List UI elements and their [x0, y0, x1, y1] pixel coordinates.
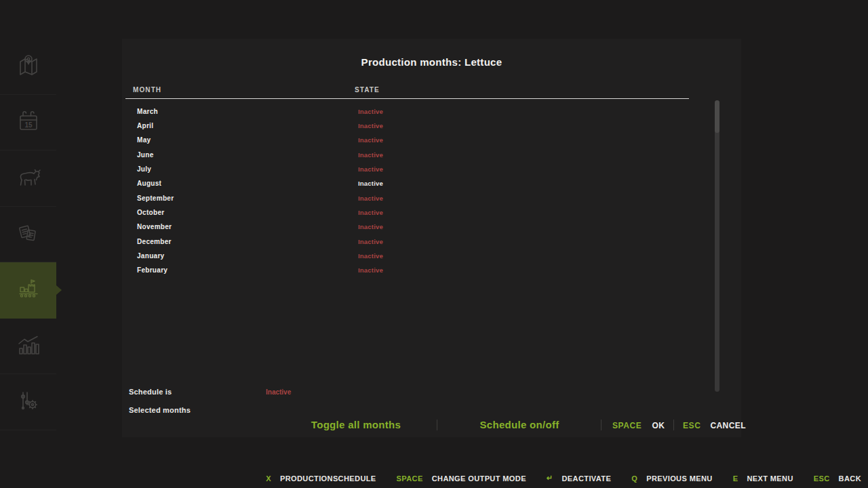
- chart-icon: [14, 331, 43, 361]
- sidebar-item-map[interactable]: [0, 39, 56, 95]
- production-months-dialog: Production months: Lettuce MONTH STATE M…: [122, 39, 741, 437]
- map-icon: [14, 52, 43, 81]
- sliders-gear-icon: [14, 387, 43, 417]
- cow-icon: [14, 163, 43, 193]
- state-value: Inactive: [358, 136, 383, 144]
- calendar-icon: 15: [14, 107, 43, 137]
- schedule-onoff-button[interactable]: Schedule on/off: [458, 419, 580, 430]
- sidebar-nav: 15: [0, 39, 56, 430]
- key-hint-esc: ESC: [814, 474, 830, 483]
- sidebar-item-finances[interactable]: [0, 207, 56, 263]
- sidebar-item-statistics[interactable]: [0, 319, 56, 375]
- key-hint-space: SPACE: [397, 474, 423, 483]
- ok-key-hint: SPACE: [612, 421, 642, 430]
- help-deactivate: ↵ DEACTIVATE: [547, 474, 611, 483]
- month-label: May: [137, 136, 151, 144]
- state-value: Inactive: [358, 180, 383, 187]
- help-change-output-mode: SPACE CHANGE OUTPUT MODE: [397, 474, 526, 483]
- month-label: January: [137, 252, 164, 260]
- sidebar-item-production[interactable]: [0, 262, 56, 319]
- dialog-title: Production months: Lettuce: [122, 56, 741, 68]
- toggle-all-months-button[interactable]: Toggle all months: [295, 419, 417, 430]
- table-row-march[interactable]: March Inactive: [122, 104, 728, 118]
- months-table: March Inactive April Inactive May Inacti…: [122, 104, 728, 277]
- table-row-may[interactable]: May Inactive: [122, 133, 728, 147]
- month-label: November: [137, 223, 172, 230]
- svg-text:15: 15: [24, 121, 33, 129]
- month-label: July: [137, 165, 151, 173]
- table-row-december[interactable]: December Inactive: [122, 234, 728, 248]
- keybind-help-bar: X PRODUCTIONSCHEDULE SPACE CHANGE OUTPUT…: [266, 474, 861, 483]
- enter-key-icon: ↵: [547, 474, 553, 483]
- state-value: Inactive: [358, 252, 383, 260]
- table-row-february[interactable]: February Inactive: [122, 263, 728, 277]
- help-production-schedule: X PRODUCTIONSCHEDULE: [266, 474, 376, 483]
- state-value: Inactive: [358, 194, 383, 201]
- action-divider: [437, 420, 437, 430]
- state-value: Inactive: [358, 223, 383, 230]
- state-value: Inactive: [358, 122, 383, 129]
- month-label: June: [137, 150, 154, 158]
- ok-button[interactable]: SPACE OK: [612, 421, 665, 430]
- table-row-november[interactable]: November Inactive: [122, 220, 728, 234]
- column-header-month: MONTH: [133, 86, 161, 94]
- documents-icon: [14, 219, 43, 249]
- month-label: October: [137, 209, 164, 216]
- action-divider: [601, 420, 601, 430]
- state-value: Inactive: [358, 237, 383, 245]
- month-label: March: [137, 107, 158, 115]
- month-label: April: [137, 122, 153, 129]
- table-row-january[interactable]: January Inactive: [122, 248, 728, 262]
- table-row-october[interactable]: October Inactive: [122, 205, 728, 219]
- cancel-key-hint: ESC: [683, 421, 701, 430]
- table-scrollbar[interactable]: [715, 100, 719, 392]
- state-value: Inactive: [358, 107, 383, 115]
- month-label: December: [137, 237, 172, 245]
- help-back: ESC BACK: [814, 474, 861, 483]
- state-value: Inactive: [358, 266, 383, 274]
- action-divider: [673, 420, 674, 430]
- state-value: Inactive: [358, 165, 383, 173]
- state-value: Inactive: [358, 209, 383, 216]
- table-row-july[interactable]: July Inactive: [122, 161, 728, 176]
- month-label: September: [137, 194, 174, 201]
- active-tab-notch: [56, 285, 62, 295]
- table-header-divider: [125, 98, 689, 99]
- cancel-label: CANCEL: [710, 421, 745, 430]
- factory-icon: [14, 275, 43, 305]
- table-row-april[interactable]: April Inactive: [122, 118, 728, 132]
- help-next-menu: E NEXT MENU: [733, 474, 793, 483]
- dialog-action-bar: Toggle all months Schedule on/off SPACE …: [122, 417, 741, 434]
- schedule-is-label: Schedule is: [129, 388, 172, 396]
- month-label: February: [137, 266, 167, 274]
- cancel-button[interactable]: ESC CANCEL: [683, 421, 746, 430]
- sidebar-item-settings[interactable]: [0, 374, 56, 430]
- state-value: Inactive: [358, 150, 383, 158]
- ok-label: OK: [652, 421, 665, 430]
- table-row-august-selected[interactable]: August Inactive: [122, 176, 728, 190]
- column-header-state: STATE: [355, 86, 380, 94]
- sidebar-item-animals[interactable]: [0, 150, 56, 207]
- help-previous-menu: Q PREVIOUS MENU: [631, 474, 712, 483]
- table-row-september[interactable]: September Inactive: [122, 190, 728, 205]
- key-hint-x: X: [266, 474, 271, 483]
- key-hint-e: E: [733, 474, 738, 483]
- key-hint-q: Q: [631, 474, 637, 483]
- table-row-june[interactable]: June Inactive: [122, 147, 728, 161]
- month-label: August: [137, 180, 161, 187]
- schedule-is-value: Inactive: [266, 388, 291, 396]
- scrollbar-thumb[interactable]: [715, 100, 719, 133]
- selected-months-label: Selected months: [129, 406, 191, 414]
- sidebar-item-calendar[interactable]: 15: [0, 95, 56, 151]
